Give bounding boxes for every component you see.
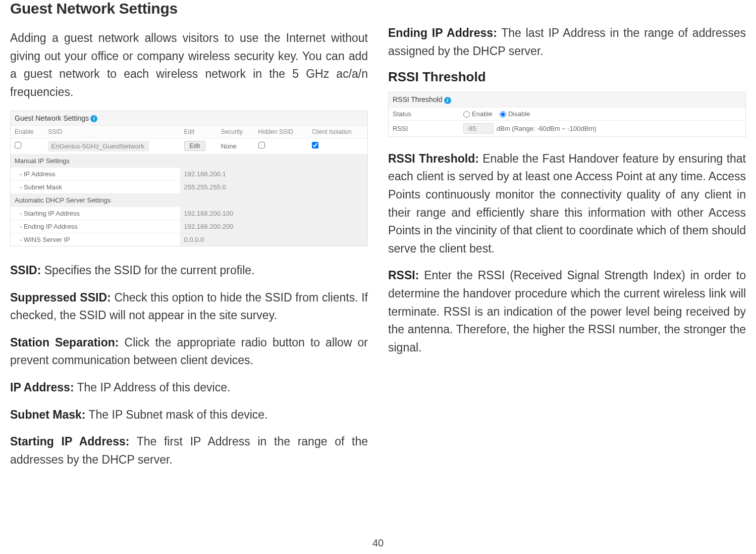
kv-value[interactable]: 192.168.200.1: [180, 167, 367, 180]
kv-row: - Starting IP Address 192.168.200.100: [11, 207, 367, 220]
intro-paragraph: Adding a guest network allows visitors t…: [10, 29, 368, 102]
station-sep-def: Station Separation: Click the appropriat…: [10, 334, 368, 370]
mask-term: Subnet Mask:: [10, 408, 86, 421]
kv-label: - Ending IP Address: [11, 220, 180, 233]
guest-caption: Guest Network Settingsi: [11, 111, 367, 125]
rssi-screenshot: RSSI Thresholdi Status Enable Disable RS…: [388, 92, 746, 136]
page-number: 40: [0, 537, 756, 549]
dhcp-group: Automatic DHCP Server Settings: [11, 193, 367, 207]
ip-term: IP Address:: [10, 381, 74, 394]
dhcp-label: Automatic DHCP Server Settings: [11, 193, 367, 207]
col-edit: Edit: [180, 125, 217, 138]
rssi-status-row: Status Enable Disable: [389, 107, 745, 120]
col-hidden: Hidden SSID: [254, 125, 308, 138]
kv-value[interactable]: 192.168.200.200: [180, 220, 367, 233]
mask-def: Subnet Mask: The IP Subnet mask of this …: [10, 406, 368, 424]
kv-value[interactable]: 255.255.255.0: [180, 180, 367, 193]
ssid-text: Specifies the SSID for the current profi…: [41, 264, 254, 277]
rssi-disable-radio[interactable]: [500, 111, 506, 118]
kv-row: - IP Address 192.168.200.1: [11, 167, 367, 180]
hidden-ssid-checkbox[interactable]: [258, 142, 265, 148]
mask-text: The IP Subnet mask of this device.: [86, 408, 268, 421]
end-term: Ending IP Address:: [388, 26, 497, 39]
kv-value[interactable]: 0.0.0.0: [180, 233, 367, 246]
rssi-term: RSSI:: [388, 269, 419, 282]
enable-checkbox[interactable]: [15, 142, 21, 148]
rssi-value-row: RSSI -85dBm (Range: -60dBm ~ -100dBm): [389, 120, 745, 136]
kv-label: - WINS Server IP: [11, 233, 180, 246]
client-isolation-checkbox[interactable]: [312, 142, 318, 148]
kv-label: - Starting IP Address: [11, 207, 180, 220]
kv-label: - IP Address: [11, 167, 180, 180]
sep-term: Station Separation:: [10, 336, 119, 349]
rssi-def: RSSI: Enter the RSSI (Received Signal St…: [388, 267, 746, 357]
guest-table-row: EnGenius-5GHz_GuestNetwork Edit None: [11, 138, 367, 154]
guest-caption-text: Guest Network Settings: [15, 114, 89, 122]
ssid-def: SSID: Specifies the SSID for the current…: [10, 262, 368, 280]
manual-ip-label: Manual IP Settings: [11, 154, 367, 167]
info-icon: i: [90, 115, 97, 122]
ip-def: IP Address: The IP Address of this devic…: [10, 379, 368, 397]
guest-table-header-row: Enable SSID Edit Security Hidden SSID Cl…: [11, 125, 367, 138]
rssi-heading: RSSI Threshold: [388, 69, 746, 85]
kv-value[interactable]: 192.168.200.100: [180, 207, 367, 220]
col-security: Security: [217, 125, 254, 138]
kv-row: - Subnet Mask 255.255.255.0: [11, 180, 367, 193]
rssi-disable-label: Disable: [508, 110, 530, 118]
rssi-thresh-text: Enable the Fast Handover feature by ensu…: [388, 152, 746, 255]
end-ip-def: Ending IP Address: The last IP Address i…: [388, 24, 746, 60]
rssi-text: Enter the RSSI (Received Signal Strength…: [388, 269, 746, 354]
rssi-status-label: Status: [389, 107, 459, 120]
ssid-field[interactable]: EnGenius-5GHz_GuestNetwork: [48, 141, 149, 152]
col-enable: Enable: [11, 125, 44, 138]
page-title: Guest Network Settings: [10, 0, 368, 17]
kv-label: - Subnet Mask: [11, 180, 180, 193]
rssi-caption: RSSI Thresholdi: [389, 92, 745, 107]
info-icon: i: [444, 97, 451, 104]
security-value: None: [217, 138, 254, 154]
edit-button[interactable]: Edit: [184, 141, 206, 151]
rssi-thresh-term: RSSI Threshold:: [388, 152, 479, 165]
ssid-term: SSID:: [10, 264, 41, 277]
kv-row: - WINS Server IP 0.0.0.0: [11, 233, 367, 246]
start-term: Starting IP Address:: [10, 435, 129, 448]
rssi-row-label: RSSI: [389, 120, 459, 136]
col-isolation: Client Isolation: [308, 125, 367, 138]
col-ssid: SSID: [44, 125, 180, 138]
rssi-enable-label: Enable: [472, 110, 492, 118]
suppressed-def: Suppressed SSID: Check this option to hi…: [10, 289, 368, 325]
start-ip-def: Starting IP Address: The first IP Addres…: [10, 433, 368, 469]
rssi-value-input[interactable]: -85: [463, 123, 494, 134]
rssi-threshold-def: RSSI Threshold: Enable the Fast Handover…: [388, 150, 746, 258]
rssi-caption-text: RSSI Threshold: [393, 95, 443, 104]
ip-text: The IP Address of this device.: [74, 381, 231, 394]
kv-row: - Ending IP Address 192.168.200.200: [11, 220, 367, 233]
manual-ip-group: Manual IP Settings: [11, 154, 367, 167]
sup-term: Suppressed SSID:: [10, 291, 111, 304]
guest-network-screenshot: Guest Network Settingsi Enable SSID Edit…: [10, 111, 368, 246]
rssi-unit-text: dBm (Range: -60dBm ~ -100dBm): [497, 125, 597, 132]
rssi-enable-radio[interactable]: [463, 111, 470, 118]
